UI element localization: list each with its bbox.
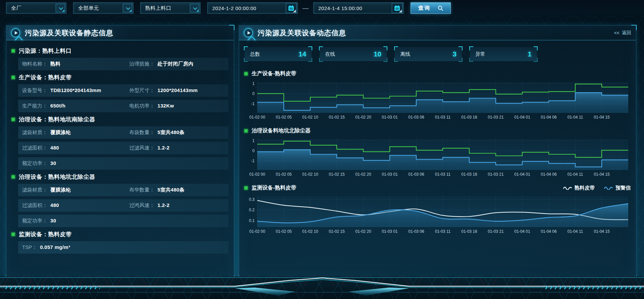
svg-text:01-03 16: 01-03 16 [461,115,477,120]
info-label: 布华数量： [129,187,155,193]
info-row: 额定功率：30 [18,157,228,170]
date-from-field[interactable]: 2024-1-2 00:00:00 [207,2,298,14]
date-range-separator: — [303,5,309,12]
info-value: 0.057 mg/m³ [40,244,70,250]
calendar-icon[interactable] [286,3,297,13]
pollution-source-select[interactable]: 熟料上料口 [140,2,201,14]
dynamic-panel-title: 污染源及关联设备动态信息 [258,28,346,38]
green-square-bullet-icon [245,129,248,132]
green-square-bullet-icon [245,72,248,75]
svg-text:01-02 20: 01-02 20 [355,172,371,177]
info-label: 物料名称： [22,61,47,67]
svg-text:01-03 21: 01-03 21 [488,229,504,234]
info-row: 设备型号：TDB1200*204143mm外型尺寸：1200*204143mm [18,84,228,97]
info-row: 滤袋材质：覆膜涤纶布华数量：5室共480条 [18,184,228,196]
back-button[interactable]: << 返回 [614,30,631,36]
svg-text:-1: -1 [251,101,255,106]
svg-text:01-04 11: 01-04 11 [568,172,583,177]
info-row: 物料名称：熟料治理措施：处于封闭厂房内 [18,58,228,70]
stat-value: 14 [299,50,306,58]
svg-text:01-03 11: 01-03 11 [435,115,451,120]
green-square-bullet-icon [12,118,15,121]
info-label: 过滤风速： [129,145,155,151]
info-value: 5室共480条 [158,129,184,136]
unit-select-value: 全部单元 [78,5,99,11]
date-to-field[interactable]: 2024-1-4 15:00:00 [313,2,404,14]
svg-text:01-03 01: 01-03 01 [382,172,398,177]
info-label: 设备型号： [22,87,47,94]
static-panel-title: 污染源及关联设备静态信息 [25,28,113,38]
info-row: 生产能力：650t/h电机功率：132Kw [18,100,228,112]
dynamic-info-body: 总数14在线10离线3异常1 生产设备-熟料皮带10-101-02 0001-0… [239,40,636,244]
info-label: 外型尺寸： [129,87,155,94]
stat-box-异常: 异常1 [470,47,537,61]
info-value: 1200*204143mm [158,87,198,93]
svg-text:01-03 16: 01-03 16 [461,229,477,234]
info-row: TSP：0.057 mg/m³ [18,241,228,254]
info-label: 过鸿风速： [129,202,155,209]
date-to-value: 2024-1-4 15:00:00 [318,5,362,11]
svg-text:1: 1 [252,138,255,143]
svg-text:0.1: 0.1 [249,218,255,223]
date-from-value: 2024-1-2 00:00:00 [212,5,256,11]
info-label: 滤袋材质： [22,129,47,136]
legend-item-预警信[interactable]: 预警信 [604,185,631,191]
stat-box-离线: 离线3 [395,47,462,61]
stat-value: 10 [374,50,381,58]
svg-text:01-03 21: 01-03 21 [488,115,504,120]
svg-text:01-03 11: 01-03 11 [435,172,451,177]
svg-text:-1: -1 [251,159,255,163]
chart-block-1: 治理设备料地坑北除尘器10-101-02 0001-02 0501-02 100… [244,126,631,179]
stat-value: 3 [452,50,457,58]
info-value: 650t/h [50,103,65,109]
svg-text:01-02 15: 01-02 15 [329,115,345,120]
stat-label: 离线 [400,51,410,57]
svg-text:01-03 11: 01-03 11 [435,229,451,234]
plant-select[interactable]: 全厂 [6,2,66,14]
info-section-heading: 治理设备：熟料地坑南除尘器 [12,116,228,123]
svg-text:01-03 01: 01-03 01 [382,229,398,234]
info-value: TDB1200*204143mm [50,87,101,93]
section-heading-text: 治理设备：熟料地坑南除尘器 [19,116,95,123]
footer-decoration [0,276,644,299]
svg-text:1: 1 [252,81,255,86]
info-label: 滤袋材质： [22,187,47,193]
chart-title: 监测设备-熟料皮带 [252,184,296,191]
svg-text:01-02 00: 01-02 00 [249,172,265,177]
play-icon [244,28,253,37]
svg-text:01-03 01: 01-03 01 [382,115,398,120]
chevron-down-icon [190,4,199,12]
info-label: 过滤面积： [22,145,47,151]
calendar-icon[interactable] [392,3,402,13]
svg-text:01-02 05: 01-02 05 [276,115,292,120]
info-section-heading: 监测设备：熟料皮带 [12,230,228,238]
legend-item-熟料皮带[interactable]: 熟料皮带 [563,185,595,191]
chevron-down-icon [56,4,65,12]
svg-text:01-02 10: 01-02 10 [302,229,318,234]
svg-text:01-02 05: 01-02 05 [276,172,292,177]
back-button-label: 返回 [622,30,631,36]
svg-text:01-02 05: 01-02 05 [276,229,292,234]
info-value: 30 [50,218,56,223]
chart-canvas: 0.30.20.101-02 0001-02 0501-02 1001-02 1… [244,194,630,235]
section-heading-text: 监测设备：熟料皮带 [19,230,72,238]
svg-text:01-03 06: 01-03 06 [408,115,424,120]
legend-label: 预警信 [615,185,631,191]
static-info-body: 污染源：熟料上料口物料名称：熟料治理措施：处于封闭厂房内生产设备：熟料皮带设备型… [6,40,234,260]
svg-text:0.2: 0.2 [249,208,255,212]
chart-title: 生产设备-熟料皮带 [252,70,296,77]
section-heading-text: 生产设备：熟料皮带 [19,74,72,81]
unit-select[interactable]: 全部单元 [73,2,133,14]
info-label: 额定功率： [22,160,47,167]
svg-text:01-03 06: 01-03 06 [408,172,424,177]
wave-line-icon [604,186,613,190]
green-square-bullet-icon [12,49,15,52]
stats-row: 总数14在线10离线3异常1 [245,47,631,61]
query-button[interactable]: 查询 [411,2,451,14]
stat-value: 1 [528,50,532,58]
plant-select-value: 全厂 [11,5,21,11]
info-row: 滤袋材质：覆膜涤纶布袋数量：5室共480条 [18,126,228,139]
static-panel-header: 污染源及关联设备静态信息 [6,26,234,40]
chart-canvas: 10-101-02 0001-02 0501-02 1001-02 1501-0… [244,80,630,121]
stat-label: 异常 [475,51,485,57]
